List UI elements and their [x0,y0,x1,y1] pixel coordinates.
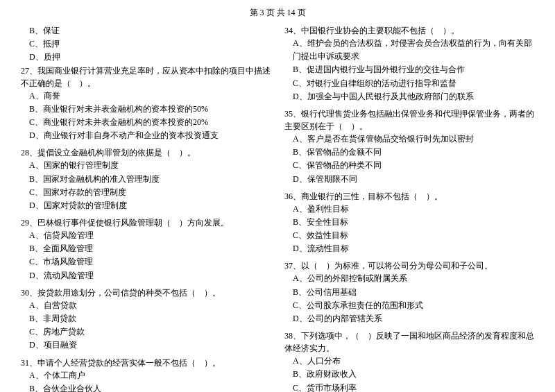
option-item: A、客户是否在货保管物品交给银行时先加以密封 [284,133,534,146]
option-item: D、流动风险管理 [21,269,271,282]
question-block: 36、商业银行的三性，目标不包括（ ）。A、盈利性目标B、安全性目标C、效益性目… [284,190,534,256]
question-block: 37、以（ ）为标准，可以将公司分为母公司和子公司。A、公司的外部控制或附属关系… [284,259,534,325]
option-item: B、商业银行对未并表金融机构的资本投资的50% [21,103,271,116]
question-block: 27、我国商业银行计算营业充足率时，应从资本中扣除的项目中描述不正确的是（ ）。… [21,65,271,143]
option-item: B、非周贷款 [21,312,271,325]
option-item: C、市场风险管理 [21,255,271,269]
question-text: 34、中国银行业协会的主要职能不包括（ ）。 [284,24,534,37]
option-item: B、全面风险管理 [21,242,271,255]
option-item: C、国家对存款的管理制度 [21,186,271,199]
option-item: C、效益性目标 [284,229,534,242]
question-text: 28、提倡设立金融机构罪管划的依据是（ ）。 [21,146,271,159]
question-block: 29、巴林银行事件促使银行风险管理朝（ ）方向发展。A、信贷风险管理B、全面风险… [21,216,271,282]
option-item: A、盈利性目标 [284,203,534,216]
question-text: 37、以（ ）为标准，可以将公司分为母公司和子公司。 [284,259,534,272]
option-item: B、政府财政收入 [284,368,534,381]
option-item: A、人口分布 [284,355,534,368]
question-text: 30、按贷款用途划分，公司信贷的种类不包括（ ）。 [21,287,271,299]
option-item: A、自营贷款 [21,299,271,312]
right-column: 34、中国银行业协会的主要职能不包括（ ）。A、维护会员的合法权益，对侵害会员合… [284,24,534,392]
option-item: D、公司的内部管辖关系 [284,312,534,325]
option-item: A、个体工商户 [21,369,271,382]
option-item: B、保管物品的金额不同 [284,146,534,159]
option-item: A、信贷风险管理 [21,229,271,242]
left-column: B、保证C、抵押D、质押27、我国商业银行计算营业充足率时，应从资本中扣除的项目… [21,24,271,392]
option-item: D、质押 [21,51,271,64]
question-text: 38、下列选项中，（ ）反映了一国和地区商品经济的发育程度和总体经济实力。 [284,330,534,355]
question-text: 31、申请个人经营贷款的经营实体一般不包括（ ）。 [21,357,271,369]
question-text: 36、商业银行的三性，目标不包括（ ）。 [284,190,534,203]
option-item: A、商誉 [21,90,271,103]
option-item: C、对银行业自律组织的活动进行指导和监督 [284,77,534,90]
option-item: B、安全性目标 [284,216,534,229]
option-item: A、维护会员的合法权益，对侵害会员合法权益的行为，向有关部门提出申诉或要求 [284,37,534,63]
option-item: D、加强全与中国人民银行及其他政府部门的联系 [284,90,534,103]
option-item: D、项目融资 [21,339,271,352]
option-item: D、保管期限不同 [284,173,534,186]
option-item: B、公司信用基础 [284,286,534,299]
option-item: A、国家的银行管理制度 [21,159,271,172]
option-item: C、保管物品的种类不同 [284,159,534,172]
option-item: D、国家对贷款的管理制度 [21,199,271,212]
question-block: 30、按贷款用途划分，公司信贷的种类不包括（ ）。A、自营贷款B、非周贷款C、房… [21,287,271,352]
question-text: 35、银行代理售货业务包括融出保管业务和代理押保管业务，两者的主要区别在于（ ）… [284,108,534,133]
question-block: 31、申请个人经营贷款的经营实体一般不包括（ ）。A、个体工商户B、合伙企业合伙… [21,357,271,392]
question-block: 28、提倡设立金融机构罪管划的依据是（ ）。A、国家的银行管理制度B、国家对金融… [21,146,271,212]
question-text: 27、我国商业银行计算营业充足率时，应从资本中扣除的项目中描述不正确的是（ ）。 [21,65,271,90]
option-item: B、促进国内银行业与国外银行业的交往与合作 [284,63,534,76]
option-item: B、国家对金融机构的准入管理制度 [21,173,271,186]
option-item: D、商业银行对非自身不动产和企业的资本投资通支 [21,129,271,142]
question-block: 38、下列选项中，（ ）反映了一国和地区商品经济的发育程度和总体经济实力。A、人… [284,330,534,392]
option-item: C、公司股东承担责任的范围和形式 [284,299,534,312]
footer-text: 第 3 页 共 14 页 [250,8,306,17]
option-item: D、流动性目标 [284,242,534,255]
content-columns: B、保证C、抵押D、质押27、我国商业银行计算营业充足率时，应从资本中扣除的项目… [21,24,534,392]
option-item: B、保证 [21,24,271,37]
option-item: C、货币市场利率 [284,382,534,392]
option-item: C、房地产贷款 [21,325,271,339]
option-item: A、公司的外部控制或附属关系 [284,272,534,285]
option-item: C、抵押 [21,37,271,51]
option-item: C、商业银行对未并表金融机构的资本投资的20% [21,116,271,129]
question-text: 29、巴林银行事件促使银行风险管理朝（ ）方向发展。 [21,216,271,229]
question-block: 35、银行代理售货业务包括融出保管业务和代理押保管业务，两者的主要区别在于（ ）… [284,108,534,186]
question-block: 34、中国银行业协会的主要职能不包括（ ）。A、维护会员的合法权益，对侵害会员合… [284,24,534,103]
option-item: B、合伙企业合伙人 [21,382,271,392]
page-footer: 第 3 页 共 14 页 [21,7,534,19]
